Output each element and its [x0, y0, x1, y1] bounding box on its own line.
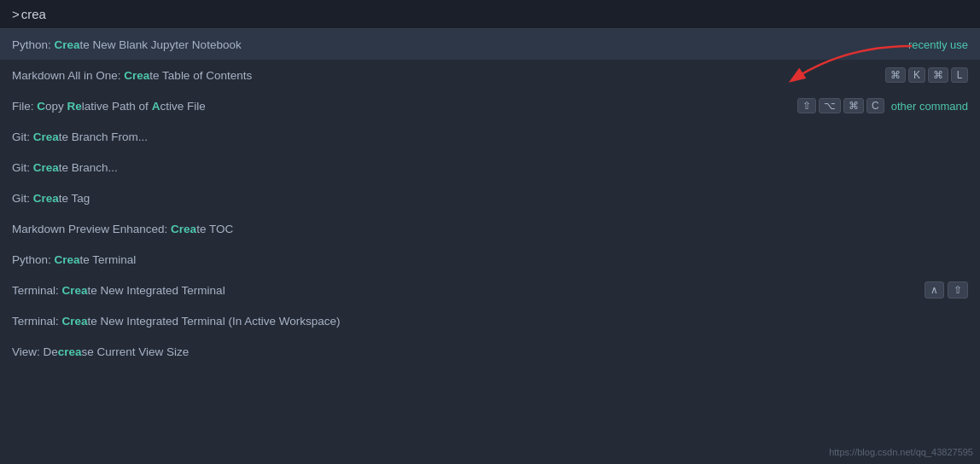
- result-label: Git: Create Branch...: [12, 161, 968, 174]
- result-label: View: Decrease Current View Size: [12, 345, 968, 358]
- result-item[interactable]: Git: Create Branch From...: [0, 121, 980, 152]
- kbd-cmd3: ⌘: [843, 98, 864, 113]
- result-item[interactable]: Markdown Preview Enhanced: Create TOC: [0, 213, 980, 244]
- result-label: Terminal: Create New Integrated Terminal: [12, 284, 925, 297]
- kbd-k: K: [908, 67, 925, 83]
- search-bar: >: [0, 0, 980, 29]
- result-label: Git: Create Branch From...: [12, 130, 968, 143]
- result-item[interactable]: Git: Create Tag: [0, 183, 980, 213]
- result-item[interactable]: File: Copy Relative Path of Active File …: [0, 90, 980, 121]
- kbd-cmd2: ⌘: [928, 67, 948, 83]
- search-prefix: >: [12, 7, 20, 21]
- scroll-up-btn[interactable]: ∧: [925, 281, 944, 299]
- kbd-shift: ⇧: [797, 98, 816, 113]
- kbd-alt: ⌥: [819, 98, 841, 113]
- result-item[interactable]: Python: Create Terminal: [0, 244, 980, 275]
- kbd-c: C: [866, 98, 884, 113]
- result-label: Python: Create New Blank Jupyter Noteboo…: [12, 38, 908, 51]
- shortcuts-area: ⌘ K ⌘ L: [885, 67, 968, 83]
- shortcuts-area: ⇧ ⌥ ⌘ C: [797, 98, 884, 113]
- result-label: Git: Create Tag: [12, 192, 968, 205]
- results-list: Python: Create New Blank Jupyter Noteboo…: [0, 29, 980, 464]
- kbd-l: L: [951, 67, 968, 83]
- result-item[interactable]: Git: Create Branch...: [0, 152, 980, 183]
- result-item[interactable]: Python: Create New Blank Jupyter Noteboo…: [0, 29, 980, 60]
- result-item[interactable]: View: Decrease Current View Size: [0, 336, 980, 367]
- result-item[interactable]: Terminal: Create New Integrated Terminal…: [0, 275, 980, 305]
- result-label: File: Copy Relative Path of Active File: [12, 100, 789, 113]
- kbd-cmd: ⌘: [885, 67, 906, 83]
- result-item[interactable]: Markdown All in One: Create Table of Con…: [0, 60, 980, 90]
- result-label: Terminal: Create New Integrated Terminal…: [12, 315, 968, 328]
- other-command-label: other command: [891, 100, 968, 113]
- recently-used-label: recently use: [908, 38, 968, 51]
- scroll-up-shift-btn[interactable]: ⇧: [948, 281, 968, 299]
- scroll-controls: ∧ ⇧: [925, 281, 968, 299]
- command-palette: > Python: Create New Blank Jupyter Noteb…: [0, 0, 980, 464]
- result-label: Markdown All in One: Create Table of Con…: [12, 69, 877, 82]
- result-item[interactable]: Terminal: Create New Integrated Terminal…: [0, 305, 980, 336]
- result-label: Python: Create Terminal: [12, 253, 968, 266]
- search-input[interactable]: [21, 7, 192, 21]
- result-label: Markdown Preview Enhanced: Create TOC: [12, 223, 968, 235]
